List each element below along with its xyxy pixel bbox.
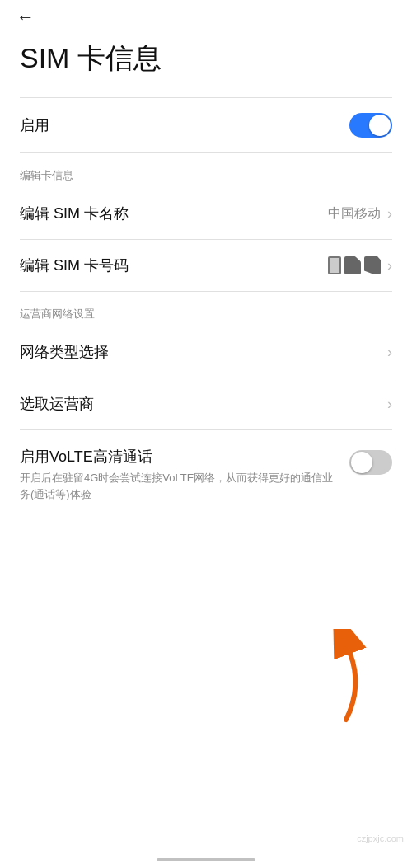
operator-section: 运营商网络设置 网络类型选择 › 选取运营商 › 启用VoLTE高清通话 开启后…: [0, 292, 412, 518]
volte-toggle-thumb: [351, 452, 372, 473]
chevron-icon: ›: [387, 205, 392, 223]
sim-icon-1: [328, 256, 341, 274]
edit-sim-number-icons: ›: [328, 256, 392, 274]
network-type-row[interactable]: 网络类型选择 ›: [0, 326, 412, 378]
sim-icons: [328, 256, 381, 274]
edit-sim-name-label: 编辑 SIM 卡名称: [20, 204, 129, 223]
arrow-annotation: [297, 629, 379, 728]
edit-sim-number-row[interactable]: 编辑 SIM 卡号码 ›: [0, 240, 412, 291]
toggle-thumb: [369, 115, 391, 136]
sim-icon-2: [344, 256, 361, 274]
volte-label: 启用VoLTE高清通话: [20, 447, 336, 467]
edit-sim-name-row[interactable]: 编辑 SIM 卡名称 中国移动 ›: [0, 188, 412, 239]
volte-desc: 开启后在驻留4G时会尝试连接VoLTE网络，从而获得更好的通信业务(通话等)体验: [20, 470, 336, 502]
select-operator-row[interactable]: 选取运营商 ›: [0, 378, 412, 429]
operator-section-label: 运营商网络设置: [0, 292, 412, 326]
chevron-icon-4: ›: [387, 396, 392, 413]
back-arrow-icon: ←: [16, 7, 35, 27]
volte-row: 启用VoLTE高清通话 开启后在驻留4G时会尝试连接VoLTE网络，从而获得更好…: [0, 430, 412, 518]
enable-label: 启用: [20, 115, 49, 135]
chevron-icon-2: ›: [387, 257, 392, 274]
back-button[interactable]: ←: [0, 0, 412, 33]
watermark: czjpxjc.com: [357, 833, 404, 843]
edit-section: 编辑卡信息 编辑 SIM 卡名称 中国移动 › 编辑 SIM 卡号码 ›: [0, 153, 412, 291]
edit-section-label: 编辑卡信息: [0, 153, 412, 188]
home-indicator: [157, 858, 255, 861]
edit-sim-name-right: 中国移动 ›: [328, 205, 392, 223]
page-title: SIM 卡信息: [0, 33, 412, 97]
select-operator-right: ›: [387, 396, 392, 413]
volte-left: 启用VoLTE高清通话 开启后在驻留4G时会尝试连接VoLTE网络，从而获得更好…: [20, 447, 349, 502]
enable-row: 启用: [0, 98, 412, 152]
edit-sim-name-value: 中国移动: [328, 205, 381, 223]
volte-toggle[interactable]: [349, 450, 392, 475]
chevron-icon-3: ›: [387, 344, 392, 361]
select-operator-label: 选取运营商: [20, 394, 94, 414]
sim-icon-3: [364, 256, 381, 274]
network-type-label: 网络类型选择: [20, 342, 109, 362]
enable-toggle[interactable]: [349, 113, 392, 138]
edit-sim-number-label: 编辑 SIM 卡号码: [20, 256, 129, 275]
network-type-right: ›: [387, 344, 392, 361]
